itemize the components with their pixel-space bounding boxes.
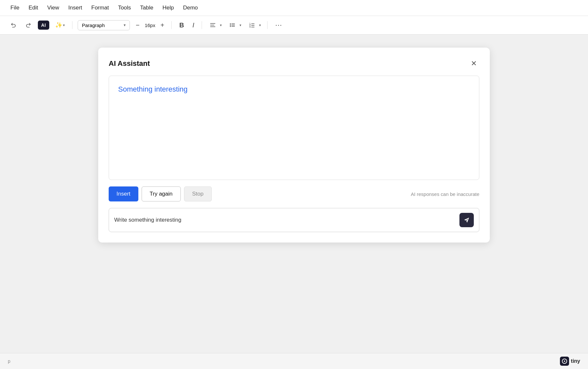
numbered-list-button[interactable]: 1.2.3. [246,20,257,30]
bullet-chevron-button[interactable]: ▾ [239,22,242,29]
menu-help[interactable]: Help [162,5,174,11]
stop-button[interactable]: Stop [184,186,212,201]
tiny-brand-text: tiny [571,358,580,364]
action-row: Insert Try again Stop AI responses can b… [109,186,479,201]
ai-button[interactable]: AI [38,21,49,30]
menu-demo[interactable]: Demo [183,5,198,11]
bullet-chevron-icon: ▾ [240,23,241,27]
main-content: AI Assistant ✕ Something interesting Ins… [0,35,588,353]
divider-4 [267,21,268,29]
wand-group[interactable]: ✨ ▾ [53,20,67,30]
ai-dialog-header: AI Assistant ✕ [109,58,479,69]
divider-1 [72,21,72,29]
font-size-increase[interactable]: + [159,21,166,30]
divider-3 [202,21,202,29]
status-element: p [8,359,10,364]
paragraph-select[interactable]: Paragraph ▾ [78,20,130,30]
svg-point-3 [230,23,231,24]
menu-table[interactable]: Table [140,5,153,11]
paragraph-label: Paragraph [82,22,105,28]
menu-file[interactable]: File [10,5,19,11]
more-options-button[interactable]: ··· [273,19,284,31]
tiny-logo-icon [560,357,569,366]
close-button[interactable]: ✕ [468,58,479,69]
menu-edit[interactable]: Edit [28,5,38,11]
menu-insert[interactable]: Insert [68,5,82,11]
send-button[interactable] [459,213,474,227]
wand-chevron-icon: ▾ [63,23,65,27]
svg-text:3.: 3. [249,26,251,28]
insert-button[interactable]: Insert [109,186,138,201]
menu-view[interactable]: View [47,5,59,11]
bullet-list-button[interactable] [227,20,238,30]
bullet-list-group: ▾ [227,20,242,30]
italic-button[interactable]: I [190,20,197,31]
action-buttons: Insert Try again Stop [109,186,212,201]
svg-point-5 [230,26,231,27]
numbered-chevron-icon: ▾ [259,23,261,27]
disclaimer-text: AI responses can be inaccurate [411,191,479,197]
align-button[interactable] [207,20,218,30]
menu-bar: File Edit View Insert Format Tools Table… [0,0,588,16]
font-size-control: − 16px + [134,21,166,30]
ai-dialog: AI Assistant ✕ Something interesting Ins… [98,48,490,243]
undo-button[interactable] [8,20,19,30]
ai-dialog-title: AI Assistant [109,59,150,68]
response-text: Something interesting [118,85,470,94]
response-area: Something interesting [109,76,479,180]
send-icon [463,217,470,223]
svg-point-16 [564,361,565,362]
menu-format[interactable]: Format [91,5,109,11]
redo-button[interactable] [23,20,34,30]
font-size-value: 16px [144,22,156,28]
wand-icon: ✨ [55,22,62,29]
tiny-logo: tiny [560,357,580,366]
prompt-row [109,208,479,232]
align-chevron-button[interactable]: ▾ [219,22,223,29]
svg-point-4 [230,25,231,26]
try-again-button[interactable]: Try again [142,186,181,201]
font-size-decrease[interactable]: − [134,21,142,30]
prompt-input[interactable] [114,217,456,223]
menu-tools[interactable]: Tools [118,5,131,11]
numbered-chevron-button[interactable]: ▾ [258,22,262,29]
status-bar: p tiny [0,353,588,369]
divider-2 [171,21,172,29]
numbered-list-group: 1.2.3. ▾ [246,20,262,30]
alignment-group: ▾ [207,20,223,30]
paragraph-chevron-icon: ▾ [124,23,126,27]
align-chevron-icon: ▾ [220,23,222,27]
toolbar: AI ✨ ▾ Paragraph ▾ − 16px + B I ▾ ▾ [0,16,588,35]
bold-button[interactable]: B [177,20,186,31]
